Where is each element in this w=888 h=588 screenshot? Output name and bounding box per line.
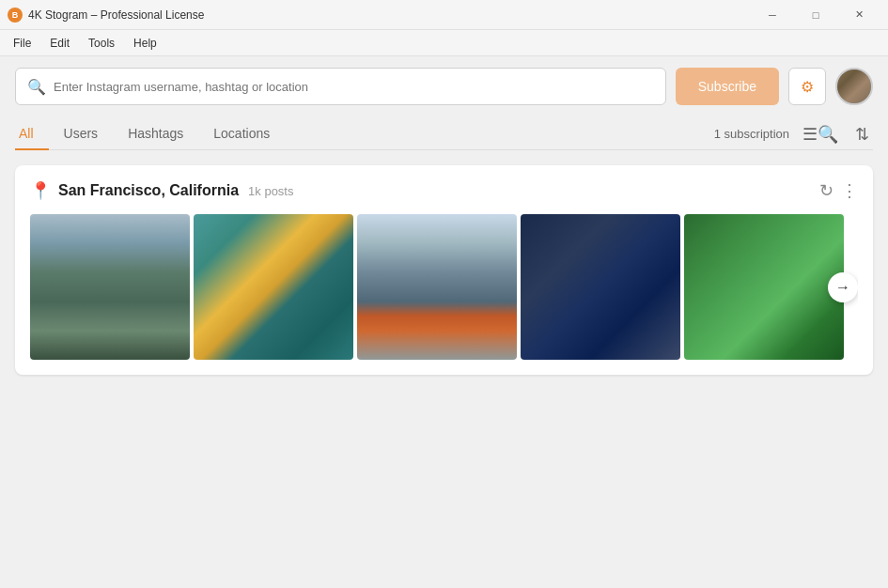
search-input[interactable] (54, 80, 654, 94)
card-actions: ↻ ⋮ (819, 180, 858, 201)
location-card: 📍 San Francisco, California 1k posts ↻ ⋮… (15, 165, 873, 375)
menubar: File Edit Tools Help (0, 30, 888, 56)
menu-tools[interactable]: Tools (79, 33, 124, 54)
filter-icon: ⚙ (801, 78, 814, 96)
tab-hashtags[interactable]: Hashtags (113, 118, 198, 150)
window-title: 4K Stogram – Professional License (28, 8, 751, 22)
search-icon: 🔍 (27, 78, 46, 96)
menu-help[interactable]: Help (124, 33, 166, 54)
minimize-button[interactable]: ─ (751, 0, 794, 30)
menu-edit[interactable]: Edit (40, 33, 79, 54)
sort-icon: ⇅ (855, 125, 869, 144)
location-name: San Francisco, California (58, 182, 239, 199)
photo-4[interactable] (521, 214, 680, 360)
subscription-count: 1 subscription (714, 127, 789, 141)
search-list-icon: ☰🔍 (802, 125, 838, 144)
sort-button[interactable]: ⇅ (851, 120, 873, 148)
post-count: 1k posts (248, 184, 293, 198)
window-controls: ─ □ ✕ (751, 0, 880, 30)
tabs-right-actions: 1 subscription ☰🔍 ⇅ (714, 120, 873, 148)
tab-all[interactable]: All (15, 118, 49, 150)
card-header: 📍 San Francisco, California 1k posts ↻ ⋮ (30, 180, 858, 201)
tab-locations[interactable]: Locations (198, 118, 285, 150)
menu-file[interactable]: File (4, 33, 40, 54)
close-button[interactable]: ✕ (837, 0, 880, 30)
subscribe-button[interactable]: Subscribe (676, 68, 779, 105)
photo-1[interactable] (30, 214, 190, 360)
main-area: 🔍 Subscribe ⚙ All Users Hashtags Locatio… (0, 56, 888, 386)
photo-3[interactable] (357, 214, 517, 360)
search-box[interactable]: 🔍 (15, 68, 666, 105)
avatar-image (837, 70, 871, 103)
maximize-button[interactable]: □ (794, 0, 837, 30)
next-photo-button[interactable]: → (828, 272, 858, 302)
photo-strip: → (30, 214, 858, 360)
location-pin-icon: 📍 (30, 180, 51, 201)
more-options-button[interactable]: ⋮ (841, 180, 858, 201)
tabs-bar: All Users Hashtags Locations 1 subscript… (15, 118, 873, 150)
avatar[interactable] (835, 68, 873, 105)
tab-users[interactable]: Users (49, 118, 114, 150)
titlebar: B 4K Stogram – Professional License ─ □ … (0, 0, 888, 30)
filter-button[interactable]: ⚙ (788, 68, 826, 105)
search-subscriptions-button[interactable]: ☰🔍 (799, 120, 842, 148)
photo-5[interactable] (684, 214, 844, 360)
refresh-button[interactable]: ↻ (819, 180, 833, 201)
app-icon: B (8, 8, 23, 23)
search-area: 🔍 Subscribe ⚙ (15, 68, 873, 105)
photo-2[interactable] (194, 214, 353, 360)
